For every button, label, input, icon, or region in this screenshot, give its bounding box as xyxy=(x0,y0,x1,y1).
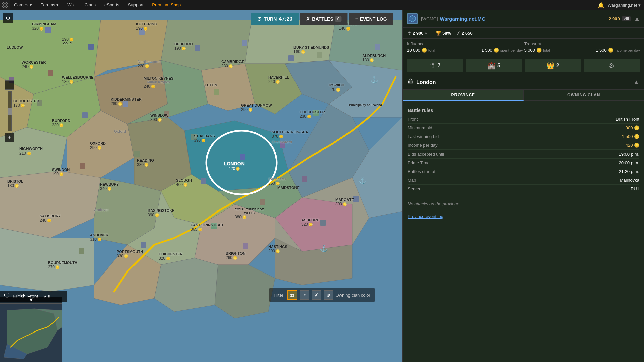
player-clan-tag: [WGMG] xyxy=(421,16,438,21)
nav-esports[interactable]: eSports xyxy=(100,0,123,10)
settings-button[interactable]: ⚙ xyxy=(3,13,13,23)
nav-support[interactable]: Support xyxy=(124,0,148,10)
rule-prime-time: Prime Time 20:00 p.m. xyxy=(408,159,639,167)
events-button[interactable]: ≡ EVENT LOG xyxy=(349,13,393,25)
svg-rect-44 xyxy=(195,45,200,51)
tab-owning-clan[interactable]: OWNING CLAN xyxy=(524,89,644,101)
svg-rect-62 xyxy=(134,151,140,157)
rule-prime-time-value: 20:00 p.m. xyxy=(619,160,639,165)
treasury-values: 5 000 🪙 total 1 500 🪙 income per day xyxy=(524,48,640,53)
nav-forums[interactable]: Forums ▾ xyxy=(37,0,63,10)
logo[interactable] xyxy=(0,0,10,10)
zoom-slider[interactable] xyxy=(8,91,12,131)
crown-quick-count: 2 xyxy=(555,63,559,69)
fort-quick-count: 5 xyxy=(496,63,500,69)
filter-layers-icon[interactable]: ≋ xyxy=(300,290,309,300)
rule-min-bid: Minimum bid 900 🪙 xyxy=(408,124,639,132)
turn-value: 47:20 xyxy=(279,16,292,22)
battles-button[interactable]: ✗ BATTLES 0 xyxy=(300,13,347,25)
rule-min-bid-value: 900 🪙 xyxy=(626,125,639,130)
action-bar: ⏱ TURN 47:20 ✗ BATTLES 0 ≡ EVENT LOG xyxy=(251,13,393,25)
rating-icon: 🗡 xyxy=(407,31,411,36)
treasury-total: 5 000 xyxy=(524,48,535,53)
rule-front: Front British Front xyxy=(408,115,639,124)
svg-rect-47 xyxy=(240,154,245,160)
filter-target-icon[interactable]: ⊕ xyxy=(324,290,333,300)
svg-rect-45 xyxy=(241,40,247,46)
svg-rect-52 xyxy=(37,100,42,106)
svg-marker-34 xyxy=(154,258,218,312)
svg-rect-57 xyxy=(123,101,128,107)
province-event-log-link[interactable]: Province event log xyxy=(408,214,443,219)
nav-games[interactable]: Games ▾ xyxy=(10,0,36,10)
treasury-per-day: 1 500 xyxy=(596,48,607,53)
rule-map-label: Map xyxy=(408,178,416,183)
zoom-out-button[interactable]: − xyxy=(5,80,14,90)
svg-rect-64 xyxy=(260,199,265,205)
rule-server: Server RU1 xyxy=(408,185,639,193)
minimap[interactable] xyxy=(0,303,62,362)
svg-rect-41 xyxy=(45,27,51,33)
rule-income-value: 420 🪙 xyxy=(626,143,639,148)
filter-cross-icon[interactable]: ✗ xyxy=(312,290,321,300)
svg-rect-43 xyxy=(139,28,145,35)
svg-rect-42 xyxy=(88,44,94,50)
svg-rect-53 xyxy=(82,112,88,118)
rule-last-bid-value: 1 500 🪙 xyxy=(622,134,639,139)
nav-clans[interactable]: Clans xyxy=(80,0,100,10)
turn-button[interactable]: ⏱ TURN 47:20 xyxy=(251,13,299,25)
stat-winrate-value: 58% xyxy=(442,31,451,36)
svg-rect-55 xyxy=(191,134,197,140)
rule-battles-start-value: 21:20 p.m. xyxy=(619,169,639,174)
battles-label: BATTLES xyxy=(312,16,333,22)
stat-rating: 🗡 2 900 VIII xyxy=(407,31,430,36)
influence-per-day-coin: 🪙 xyxy=(494,48,499,53)
rule-last-bid: Last winning bid 1 500 🪙 xyxy=(408,132,639,141)
nav-premium-shop[interactable]: Premium Shop xyxy=(148,0,185,10)
battle-rules-title: Battle rules xyxy=(408,105,639,115)
fort-icon: 🏰 xyxy=(487,62,496,70)
player-stats-row: 🗡 2 900 VIII 🏆 58% ✗ 2 650 xyxy=(403,28,644,39)
winrate-icon: 🏆 xyxy=(436,31,441,36)
treasury-per-day-label: income per day xyxy=(615,48,640,52)
svg-rect-67 xyxy=(302,176,307,182)
svg-rect-61 xyxy=(80,163,85,169)
province-event-log-section: Province event log xyxy=(403,210,644,222)
sword-icon: 🗡 xyxy=(429,62,436,70)
panel-collapse-button[interactable]: ▲ xyxy=(634,15,640,22)
province-header: 🏛 London ▲ xyxy=(403,75,644,89)
min-bid-coin-icon: 🪙 xyxy=(634,125,639,130)
province-collapse-button[interactable]: ▲ xyxy=(633,79,639,86)
battles-icon: ✗ xyxy=(306,16,310,22)
tab-province[interactable]: PROVINCE xyxy=(403,89,524,101)
rule-income: Income per day 420 🪙 xyxy=(408,141,639,150)
svg-rect-49 xyxy=(353,196,359,202)
zoom-in-button[interactable]: + xyxy=(5,133,14,142)
quick-action-fortifications[interactable]: 🏰 5 xyxy=(466,59,522,72)
quick-action-settings[interactable]: ⚙ xyxy=(584,59,640,72)
settings-icon: ⚙ xyxy=(609,62,615,70)
notification-bell-icon[interactable]: 🔔 xyxy=(598,2,604,8)
svg-rect-46 xyxy=(288,55,294,61)
rule-front-label: Front xyxy=(408,117,418,122)
stat-battles: ✗ 2 650 xyxy=(457,31,473,36)
province-name: London xyxy=(416,79,631,85)
site-selector[interactable]: Wargaming.net ▾ xyxy=(608,3,641,8)
svg-rect-65 xyxy=(211,223,217,229)
svg-rect-66 xyxy=(243,243,248,249)
nav-wiki[interactable]: Wiki xyxy=(63,0,80,10)
svg-text:⚓: ⚓ xyxy=(358,176,367,184)
quick-action-battles[interactable]: 🗡 7 xyxy=(407,59,463,72)
stat-winrate: 🏆 58% xyxy=(436,31,451,36)
influence-total: 10 000 xyxy=(407,48,420,53)
minimap-collapse-button[interactable]: ▼ xyxy=(0,297,62,303)
filter-territory-icon[interactable]: ▦ xyxy=(287,290,297,300)
battle-rules-section: Battle rules Front British Front Minimum… xyxy=(403,101,644,197)
battles-quick-count: 7 xyxy=(436,63,440,69)
svg-rect-56 xyxy=(214,89,219,95)
svg-rect-70 xyxy=(141,242,146,248)
svg-rect-54 xyxy=(164,111,169,117)
rule-front-value: British Front xyxy=(616,117,639,122)
filter-label: Filter: xyxy=(274,293,285,298)
quick-action-crown[interactable]: 👑 2 xyxy=(525,59,581,72)
